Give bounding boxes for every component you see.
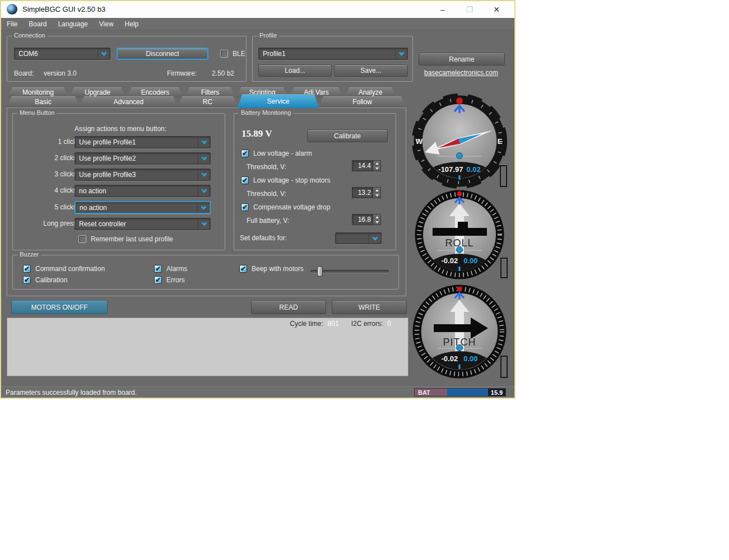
menu-language[interactable]: Language: [52, 18, 93, 30]
tab-upgrade[interactable]: Upgrade: [69, 87, 126, 97]
click1-select[interactable]: Use profile Profile1: [75, 136, 211, 148]
stop-threshold-value[interactable]: 13.2: [352, 187, 373, 198]
title-bar: SimpleBGC GUI v2.50 b3 – ❐ ✕: [1, 1, 514, 18]
disconnect-button[interactable]: Disconnect: [117, 48, 208, 60]
command-confirmation-label: Command confirmation: [35, 265, 105, 273]
battery-indicator-value: 15.9: [488, 389, 505, 396]
save-button[interactable]: Save...: [334, 64, 408, 77]
yaw-setpoint: 0.02: [466, 165, 480, 174]
click4-select[interactable]: no action: [75, 185, 211, 197]
calibration-checkbox[interactable]: ✔: [23, 276, 31, 284]
board-value: version 3.0: [44, 69, 77, 77]
profile-value: Profile1: [259, 50, 395, 58]
cycle-time-value: 801: [328, 320, 339, 328]
click2-select[interactable]: Use profile Profile2: [75, 152, 211, 165]
motors-on-off-button[interactable]: MOTORS ON/OFF: [11, 300, 108, 314]
beep-with-motors-checkbox[interactable]: ✔: [239, 265, 247, 273]
calibrate-button[interactable]: Calibrate: [307, 129, 388, 142]
full-battery-value[interactable]: 16.8: [352, 214, 373, 225]
menu-button-group-label: Menu Button: [17, 109, 57, 116]
compensate-drop-checkbox[interactable]: ✔: [241, 203, 249, 211]
alarms-row[interactable]: ✔ Alarms: [154, 265, 187, 273]
stop-threshold-spinner[interactable]: 13.2: [352, 187, 381, 198]
tab-filters[interactable]: Filters: [185, 87, 235, 97]
tab-basic[interactable]: Basic: [7, 96, 80, 108]
close-button[interactable]: ✕: [483, 1, 510, 18]
compensate-drop-row[interactable]: ✔ Compensate voltage drop: [241, 203, 330, 211]
write-button[interactable]: WRITE: [332, 300, 407, 314]
chevron-down-icon: [198, 153, 210, 164]
read-button[interactable]: READ: [251, 300, 326, 314]
stop-motors-label: Low voltage - stop motors: [253, 176, 330, 184]
alarm-threshold-value[interactable]: 14.4: [352, 160, 373, 171]
basecam-link[interactable]: basecamelectronics.com: [424, 69, 498, 77]
set-defaults-select[interactable]: [335, 232, 382, 244]
profile-select[interactable]: Profile1: [258, 48, 408, 60]
spin-down-icon[interactable]: [373, 166, 380, 171]
spin-up-icon[interactable]: [373, 188, 380, 193]
errors-checkbox[interactable]: ✔: [154, 276, 162, 284]
click1-value: Use profile Profile1: [75, 138, 198, 146]
tab-follow[interactable]: Follow: [319, 96, 406, 108]
compass-red-pin-icon: [456, 97, 463, 104]
i2c-errors-value: 0: [387, 320, 391, 328]
pitch-setpoint: 0.00: [463, 354, 477, 363]
tab-monitoring[interactable]: Monitoring: [8, 87, 68, 97]
beep-volume-slider-thumb[interactable]: [317, 266, 323, 277]
tab-advanced[interactable]: Advanced: [80, 96, 178, 108]
low-voltage-alarm-row[interactable]: ✔ Low voltage - alarm: [241, 150, 312, 157]
long-press-select[interactable]: Reset controller: [75, 218, 211, 230]
stop-threshold-label: Threshold, V:: [247, 190, 286, 198]
menu-board[interactable]: Board: [23, 18, 52, 30]
command-confirmation-checkbox[interactable]: ✔: [23, 265, 31, 273]
tab-analyze[interactable]: Analyze: [345, 87, 396, 97]
remember-profile-checkbox[interactable]: [78, 235, 86, 243]
spin-up-icon[interactable]: [373, 161, 380, 166]
stop-motors-checkbox[interactable]: ✔: [241, 176, 249, 184]
click5-select[interactable]: no action: [75, 201, 211, 214]
minimize-button[interactable]: –: [429, 1, 456, 18]
tab-encoders[interactable]: Encoders: [127, 87, 183, 97]
tab-rc[interactable]: RC: [178, 96, 238, 108]
roll-center-dot: [457, 247, 463, 253]
calibration-row[interactable]: ✔ Calibration: [23, 276, 67, 284]
load-button[interactable]: Load...: [258, 64, 332, 77]
stop-motors-row[interactable]: ✔ Low voltage - stop motors: [241, 176, 330, 184]
pitch-center-dot: [457, 345, 463, 351]
spin-up-icon[interactable]: [373, 214, 380, 220]
menu-file[interactable]: File: [1, 18, 23, 30]
chevron-down-icon: [369, 233, 381, 244]
log-area: Cycle time: 801 I2C errors: 0: [7, 318, 408, 376]
status-bar: Parameters successfully loaded from boar…: [1, 386, 514, 398]
window-controls: – ❐ ✕: [429, 1, 510, 18]
menu-view[interactable]: View: [94, 18, 119, 30]
full-battery-spinner[interactable]: 16.8: [352, 214, 381, 225]
spin-down-icon[interactable]: [373, 193, 380, 198]
rename-button[interactable]: Rename: [419, 53, 505, 66]
command-confirmation-row[interactable]: ✔ Command confirmation: [23, 265, 105, 273]
remember-profile-label: Remember last used profile: [91, 235, 173, 243]
remember-profile-row[interactable]: Remember last used profile: [78, 235, 173, 243]
telemetry-row: Cycle time: 801 I2C errors: 0: [290, 320, 391, 328]
low-voltage-alarm-checkbox[interactable]: ✔: [241, 150, 249, 157]
battery-indicator: BAT 15.9: [414, 388, 506, 396]
spin-down-icon[interactable]: [373, 220, 380, 225]
alarms-checkbox[interactable]: ✔: [154, 265, 162, 273]
long-press-label: Long press:: [35, 220, 78, 227]
alarm-threshold-spinner[interactable]: 14.4: [352, 160, 381, 171]
errors-row[interactable]: ✔ Errors: [154, 276, 185, 284]
ble-checkbox[interactable]: [220, 50, 228, 58]
beep-with-motors-row[interactable]: ✔ Beep with motors: [239, 265, 304, 273]
screen: { "window": { "title": "SimpleBGC GUI v2…: [0, 0, 729, 560]
click3-select[interactable]: Use profile Profile3: [75, 169, 211, 181]
click3-label: 3 clicks:: [44, 170, 78, 178]
ble-checkbox-row[interactable]: BLE: [220, 50, 245, 58]
checkmark-icon: ✔: [242, 177, 248, 184]
click5-value: no action: [76, 204, 197, 212]
battery-group-label: Battery Monitoring: [239, 109, 293, 116]
maximize-button[interactable]: ❐: [456, 1, 483, 18]
menu-help[interactable]: Help: [119, 18, 145, 30]
com-port-select[interactable]: COM6: [14, 48, 110, 60]
tab-service[interactable]: Service: [238, 94, 319, 108]
set-defaults-label: Set defaults for:: [240, 234, 287, 242]
